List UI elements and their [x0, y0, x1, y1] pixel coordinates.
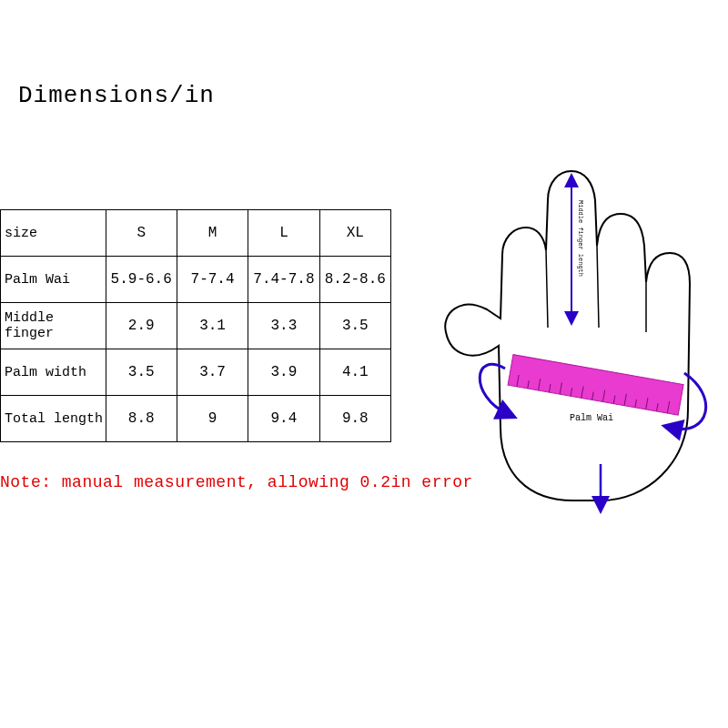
cell: 3.5: [106, 349, 177, 396]
palm-wai-label: Palm Wai: [570, 413, 613, 423]
table-row: Palm Wai 5.9-6.6 7-7.4 7.4-7.8 8.2-8.6: [1, 257, 391, 303]
size-col-m: M: [177, 210, 248, 257]
row-label: Palm width: [1, 349, 106, 396]
cell: 2.9: [106, 303, 177, 349]
cell: 7.4-7.8: [248, 257, 319, 303]
cell: 3.9: [248, 349, 319, 396]
cell: 9: [177, 396, 248, 442]
table-row: Palm width 3.5 3.7 3.9 4.1: [1, 349, 391, 396]
hand-diagram: Middle finger length: [419, 136, 728, 519]
table-row: Total length 8.8 9 9.4 9.8: [1, 396, 391, 442]
cell: 3.7: [177, 349, 248, 396]
row-label: Middle finger: [1, 303, 106, 349]
size-col-xl: XL: [319, 210, 390, 257]
header-label: size: [1, 210, 106, 257]
cell: 9.8: [319, 396, 390, 442]
middle-finger-label: Middle finger length: [577, 200, 584, 277]
cell: 8.2-8.6: [319, 257, 390, 303]
hand-icon: [445, 171, 690, 500]
page-title: Dimensions/in: [18, 82, 215, 109]
table-row: Middle finger 2.9 3.1 3.3 3.5: [1, 303, 391, 349]
cell: 3.1: [177, 303, 248, 349]
cell: 5.9-6.6: [106, 257, 177, 303]
cell: 4.1: [319, 349, 390, 396]
size-table: size S M L XL Palm Wai 5.9-6.6 7-7.4 7.4…: [0, 209, 391, 442]
table-header-row: size S M L XL: [1, 210, 391, 257]
size-col-l: L: [248, 210, 319, 257]
cell: 3.3: [248, 303, 319, 349]
cell: 7-7.4: [177, 257, 248, 303]
row-label: Total length: [1, 396, 106, 442]
cell: 3.5: [319, 303, 390, 349]
size-col-s: S: [106, 210, 177, 257]
row-label: Palm Wai: [1, 257, 106, 303]
measurement-note: Note: manual measurement, allowing 0.2in…: [0, 473, 473, 491]
cell: 9.4: [248, 396, 319, 442]
cell: 8.8: [106, 396, 177, 442]
